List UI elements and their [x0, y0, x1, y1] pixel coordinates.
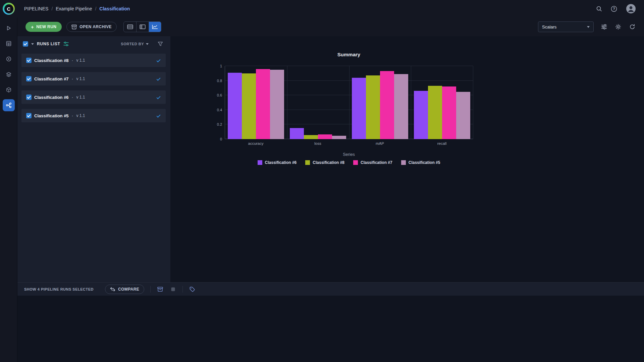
legend-item[interactable]: Classification #7 — [353, 160, 392, 165]
runs-list-title: RUNS LIST — [37, 42, 60, 46]
sorted-by-control[interactable]: SORTED BY — [121, 42, 149, 46]
refresh-button[interactable] — [629, 23, 636, 31]
legend-item[interactable]: Classification #6 — [258, 160, 297, 165]
select-all-checkbox[interactable] — [23, 41, 28, 47]
filter-button[interactable] — [158, 42, 163, 47]
add-tag-button[interactable] — [189, 286, 196, 293]
table-view-button[interactable] — [124, 22, 136, 32]
selected-check-icon — [157, 96, 161, 98]
run-checkbox[interactable] — [26, 76, 32, 81]
metric-selector-dropdown[interactable]: Scalars — [538, 21, 594, 32]
open-archive-label: OPEN ARCHIVE — [79, 24, 112, 29]
y-tick-label: 0 — [212, 137, 222, 141]
svg-text:?: ? — [613, 7, 615, 11]
bar[interactable] — [442, 86, 456, 139]
compare-icon — [110, 287, 115, 292]
run-row[interactable]: Classification #7•v 1.1 — [21, 72, 166, 85]
archive-icon — [71, 24, 77, 29]
legend-swatch — [305, 160, 310, 165]
sidebar-item-datasets[interactable] — [3, 38, 15, 50]
bar[interactable] — [414, 91, 428, 139]
bar[interactable] — [456, 92, 470, 139]
sidebar-item-models[interactable] — [3, 53, 15, 65]
legend-label: Classification #7 — [361, 160, 392, 165]
y-tick-label: 0.8 — [212, 79, 222, 83]
refresh-icon — [629, 24, 635, 30]
plot-area: 00.20.40.60.81 — [225, 66, 473, 139]
bar[interactable] — [270, 70, 284, 139]
summary-chart: Summary 00.20.40.60.81 accuracylossmAPre… — [215, 52, 473, 165]
selected-check-icon — [157, 78, 161, 80]
bar[interactable] — [228, 73, 242, 139]
bar[interactable] — [394, 74, 408, 139]
x-tick-label: accuracy — [225, 141, 287, 145]
run-checkbox[interactable] — [26, 113, 32, 118]
topbar-actions: ? — [595, 3, 644, 14]
projects-icon — [6, 25, 12, 31]
selection-summary[interactable]: SHOW 4 PIPELINE RUNS SELECTED — [24, 287, 94, 291]
archive-selected-button[interactable] — [157, 286, 164, 293]
y-tick-label: 0.6 — [212, 93, 222, 97]
bar-group — [411, 66, 473, 139]
table-view-icon — [127, 24, 133, 29]
abort-selected-button[interactable] — [170, 286, 176, 293]
chart-legend: Series Classification #6Classification #… — [215, 152, 473, 165]
datasets-icon — [6, 41, 12, 47]
profile-button[interactable] — [625, 3, 637, 14]
runs-settings-icon[interactable] — [63, 42, 69, 46]
breadcrumb-current-page[interactable]: Classification — [99, 6, 130, 11]
bar[interactable] — [290, 128, 304, 139]
bar[interactable] — [242, 73, 256, 139]
chart-view-button[interactable] — [149, 22, 161, 32]
run-checkbox[interactable] — [26, 58, 32, 63]
legend-label: Classification #8 — [313, 160, 344, 165]
sidebar-item-applications[interactable] — [3, 84, 15, 96]
breadcrumb-pipelines[interactable]: PIPELINES — [24, 6, 48, 11]
breadcrumb-project[interactable]: Example Pipeline — [56, 6, 92, 11]
run-row[interactable]: Classification #6•v 1.1 — [21, 90, 166, 104]
sidebar-item-projects[interactable] — [3, 22, 15, 34]
bar[interactable] — [428, 86, 442, 139]
settings-button[interactable] — [614, 23, 622, 31]
app-logo[interactable]: C — [0, 3, 17, 15]
run-name: Classification #8 — [34, 58, 69, 63]
bar[interactable] — [380, 71, 394, 139]
bullet-separator: • — [72, 96, 73, 99]
bar[interactable] — [304, 135, 318, 139]
x-tick-label: mAP — [349, 141, 411, 145]
toolbar-right: Scalars — [538, 21, 636, 32]
run-row[interactable]: Classification #5•v 1.1 — [21, 109, 166, 122]
bullet-separator: • — [72, 77, 73, 80]
run-name: Classification #5 — [34, 113, 69, 118]
logo-letter: C — [4, 4, 13, 13]
sidebar-item-pipelines[interactable] — [3, 99, 15, 111]
tune-button[interactable] — [600, 23, 608, 30]
side-nav — [0, 17, 17, 362]
topbar: C PIPELINES / Example Pipeline / Classif… — [0, 0, 644, 17]
chart-title: Summary — [215, 52, 473, 57]
bar[interactable] — [318, 134, 332, 139]
divider — [150, 286, 151, 293]
compare-button[interactable]: COMPARE — [105, 285, 144, 294]
legend-item[interactable]: Classification #5 — [401, 160, 440, 165]
search-button[interactable] — [595, 5, 603, 12]
legend-title: Series — [225, 152, 473, 157]
new-run-button[interactable]: + NEW RUN — [25, 22, 62, 32]
x-tick-label: recall — [411, 141, 473, 145]
help-button[interactable]: ? — [610, 5, 618, 13]
bullet-separator: • — [72, 114, 73, 117]
bar[interactable] — [256, 69, 270, 139]
legend-item[interactable]: Classification #8 — [305, 160, 344, 165]
run-version: v 1.1 — [76, 95, 85, 100]
clearml-logo-icon[interactable]: C — [3, 3, 15, 15]
sidebar-item-reports[interactable] — [3, 68, 15, 80]
split-view-button[interactable] — [136, 22, 149, 32]
open-archive-button[interactable]: OPEN ARCHIVE — [66, 22, 117, 32]
models-icon — [6, 56, 12, 62]
run-checkbox[interactable] — [26, 95, 32, 100]
chevron-down-icon[interactable] — [31, 43, 34, 45]
bar[interactable] — [366, 75, 380, 139]
run-row[interactable]: Classification #8•v 1.1 — [21, 54, 166, 67]
bar[interactable] — [352, 78, 366, 139]
bar[interactable] — [332, 136, 346, 139]
